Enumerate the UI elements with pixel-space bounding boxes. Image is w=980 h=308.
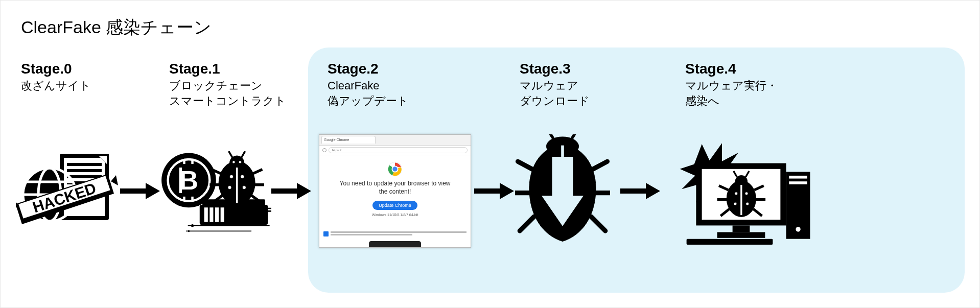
svg-rect-22 — [215, 207, 219, 222]
stage-1: Stage.1 ブロックチェーンスマートコントラクト — [169, 61, 302, 108]
svg-marker-72 — [500, 183, 514, 199]
stage-desc: マルウェアダウンロード — [520, 78, 652, 108]
chrome-logo-icon — [387, 161, 403, 177]
fake-update-screenshot-icon: Google Chrome https:// You need to updat… — [318, 132, 472, 250]
flow-arrow-icon — [270, 182, 311, 200]
mock-headline: You need to update your browser to viewt… — [339, 180, 450, 196]
svg-rect-57 — [733, 225, 750, 232]
hacked-site-icon: HACKED — [16, 138, 118, 241]
svg-point-65 — [734, 202, 737, 205]
mock-footer — [319, 227, 471, 241]
stage-desc: 改ざんサイト — [21, 78, 154, 93]
svg-rect-20 — [204, 207, 208, 222]
mock-phone-icon — [369, 241, 421, 247]
svg-rect-59 — [687, 239, 773, 245]
reload-icon — [322, 148, 326, 152]
svg-point-41 — [228, 186, 231, 189]
stage-label: Stage.2 — [328, 61, 460, 77]
diagram-root: ClearFake 感染チェーン Stage.0 改ざんサイト Stage.1 … — [0, 0, 980, 308]
flow-arrow-icon — [473, 182, 514, 200]
svg-rect-21 — [209, 207, 213, 222]
mock-browser: Google Chrome https:// You need to updat… — [319, 134, 471, 248]
svg-rect-52 — [789, 176, 807, 179]
svg-marker-68 — [146, 183, 160, 199]
svg-point-36 — [232, 161, 235, 163]
malware-download-icon — [515, 134, 610, 247]
svg-point-25 — [188, 230, 190, 232]
blockchain-bug-icon: B — [159, 151, 271, 233]
stage-4: Stage.4 マルウェア実行・感染へ — [685, 61, 818, 108]
svg-marker-17 — [111, 175, 118, 185]
mock-tabbar: Google Chrome — [319, 135, 471, 146]
stage-desc: ClearFake偽アップデート — [328, 78, 460, 108]
svg-rect-3 — [67, 163, 102, 166]
svg-point-64 — [745, 192, 748, 195]
stage-desc: マルウェア実行・感染へ — [685, 78, 818, 108]
mock-update-button: Update Chrome — [372, 201, 417, 210]
svg-rect-47 — [552, 157, 573, 197]
svg-point-24 — [191, 224, 194, 227]
stage-label: Stage.4 — [685, 61, 818, 77]
svg-rect-4 — [67, 169, 102, 172]
mock-content: You need to update your browser to viewt… — [319, 155, 471, 227]
mock-tab: Google Chrome — [321, 136, 376, 144]
svg-point-40 — [241, 175, 244, 178]
diagram-title: ClearFake 感染チェーン — [21, 16, 212, 39]
svg-rect-23 — [221, 207, 224, 222]
mock-footer-text — [331, 231, 466, 236]
svg-point-66 — [746, 202, 749, 205]
stage-3: Stage.3 マルウェアダウンロード — [520, 61, 652, 108]
mock-addressbar: https:// — [319, 146, 471, 155]
svg-point-63 — [735, 192, 738, 195]
svg-text:B: B — [179, 165, 198, 195]
svg-rect-53 — [789, 181, 807, 184]
svg-rect-58 — [717, 232, 765, 238]
stage-label: Stage.3 — [520, 61, 652, 77]
stage-2: Stage.2 ClearFake偽アップデート — [328, 61, 460, 108]
svg-marker-74 — [646, 183, 660, 199]
stage-label: Stage.0 — [21, 61, 154, 77]
info-icon — [323, 231, 329, 236]
stage-label: Stage.1 — [169, 61, 302, 77]
flow-arrow-icon — [119, 182, 160, 200]
stage-0: Stage.0 改ざんサイト — [21, 61, 154, 93]
mock-subtext: Windows 11/10/8.1/8/7 64-bit — [372, 213, 418, 217]
svg-point-37 — [239, 161, 241, 163]
svg-point-39 — [229, 175, 233, 178]
stage-desc: ブロックチェーンスマートコントラクト — [169, 78, 302, 108]
infected-pc-icon — [661, 134, 814, 247]
mock-url: https:// — [329, 147, 468, 153]
svg-marker-70 — [297, 183, 311, 199]
flow-arrow-icon — [619, 182, 660, 200]
svg-rect-49 — [561, 146, 564, 157]
svg-point-42 — [242, 186, 246, 189]
svg-point-54 — [796, 227, 800, 231]
